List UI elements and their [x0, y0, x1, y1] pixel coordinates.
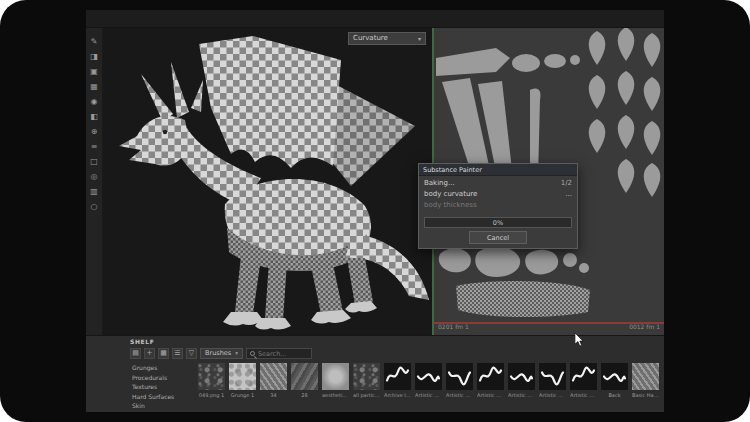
item-menu-button[interactable]: ... [565, 190, 572, 198]
shelf-category-grunges[interactable]: Grunges [130, 364, 192, 373]
uv-island [644, 163, 661, 197]
paint-tool-icon[interactable]: ✎ [88, 36, 101, 48]
dragon-near-wing [199, 36, 341, 168]
brush-stroke-thumbnail[interactable] [601, 363, 628, 390]
shelf-tile[interactable]: Archive Inte... [384, 363, 411, 398]
shelf-tile-label: aesthetics... [322, 392, 349, 398]
shelf-tile-label: Artistic Bru... [415, 392, 442, 398]
uv-island [644, 33, 661, 67]
brush-stroke-thumbnail[interactable] [508, 363, 535, 390]
shelf-category-textures[interactable]: Textures [130, 383, 192, 392]
grunge-texture-thumbnail[interactable] [322, 363, 349, 390]
channel-dropdown-value: Curvature [353, 33, 388, 44]
device-frame: ✎◨▣▦◉◧⊕≡□◎▥○ [0, 0, 750, 422]
uv-island [644, 121, 661, 155]
shelf-categories: GrungesProceduralsTexturesHard SurfacesS… [130, 364, 192, 411]
texture-set-icon[interactable]: ▥ [88, 186, 101, 198]
eraser-tool-icon[interactable]: ◨ [88, 51, 101, 63]
search-input[interactable] [258, 350, 308, 358]
uv-island [579, 263, 589, 273]
shelf-category-hard-surfaces[interactable]: Hard Surfaces [130, 393, 192, 402]
baking-item-current: body curvature [424, 190, 477, 198]
grunge-texture-thumbnail[interactable] [353, 363, 380, 390]
shelf-tile[interactable]: Artistic Hea... [446, 363, 473, 398]
shelf-tile-label: Artistic Prin... [508, 392, 535, 398]
dragon-leg [235, 256, 261, 314]
shelf-tile[interactable]: 34 [260, 363, 287, 398]
uv-island [618, 159, 635, 193]
smudge-tool-icon[interactable]: ◉ [88, 96, 101, 108]
shelf-tile-label: 049.png 1 [198, 392, 225, 398]
uv-island [589, 75, 606, 109]
brush-stroke-thumbnail[interactable] [384, 363, 411, 390]
grunge-texture-thumbnail[interactable] [291, 363, 318, 390]
shelf-category-skin[interactable]: Skin [130, 402, 192, 411]
dragon-horn [191, 80, 203, 112]
titlebar [86, 10, 664, 28]
grid-view-icon[interactable]: ▦ [158, 348, 169, 359]
clone-tool-icon[interactable]: ◧ [88, 111, 101, 123]
brushes-dropdown-value: Brushes [205, 349, 231, 358]
page-background: ✎◨▣▦◉◧⊕≡□◎▥○ [0, 0, 750, 422]
shelf-tile[interactable]: Artistic Soft... [539, 363, 566, 398]
shelf-tile[interactable]: Back [601, 363, 628, 398]
cancel-button[interactable]: Cancel [469, 231, 527, 244]
shelf-category-procedurals[interactable]: Procedurals [130, 374, 192, 383]
dialog-titlebar[interactable]: Substance Painter [419, 164, 577, 176]
dragon-foot [345, 301, 377, 313]
shelf-toolbar: ▤+▦☰▽ Brushes ▾ [130, 347, 312, 360]
shelf-tile[interactable]: Basic Hard... [632, 363, 659, 398]
polygon-fill-tool-icon[interactable]: ▦ [88, 81, 101, 93]
uv-island [644, 77, 661, 111]
shelf-tile-label: Basic Hard... [632, 392, 659, 398]
dragon-foot [255, 318, 291, 330]
brush-stroke-thumbnail[interactable] [446, 363, 473, 390]
shelf-tile[interactable]: aesthetics... [322, 363, 349, 398]
uv-island [618, 71, 635, 105]
shelf-tile[interactable]: Artistic Bru... [415, 363, 442, 398]
shelf-tile[interactable]: Artistic Prin... [508, 363, 535, 398]
shelf-tile[interactable]: 049.png 1 [198, 363, 225, 398]
progress-bar: 0% [424, 217, 572, 228]
mouse-cursor [575, 333, 585, 347]
brush-stroke-thumbnail[interactable] [570, 363, 597, 390]
shelf-title: SHELF [130, 338, 154, 345]
filter-icon[interactable]: ▽ [186, 348, 197, 359]
uv-island [525, 250, 558, 275]
search-box[interactable] [246, 348, 312, 359]
uv-island [544, 54, 566, 68]
add-shelf-icon[interactable]: + [144, 348, 155, 359]
shelf-tile[interactable]: Grunge 1 [229, 363, 256, 398]
brush-stroke-thumbnail[interactable] [539, 363, 566, 390]
uv-island-meshed [456, 281, 590, 317]
shelf-tile-label: Grunge 1 [229, 392, 256, 398]
shelf-tile[interactable]: 28 [291, 363, 318, 398]
display-settings-icon[interactable]: ○ [88, 201, 101, 213]
brush-stroke-thumbnail[interactable] [415, 363, 442, 390]
folder-icon[interactable]: ▤ [130, 348, 141, 359]
grunge-texture-thumbnail[interactable] [260, 363, 287, 390]
mask-icon[interactable]: □ [88, 156, 101, 168]
brushes-dropdown[interactable]: Brushes ▾ [200, 348, 243, 359]
material-picker-icon[interactable]: ⊕ [88, 126, 101, 138]
channel-dropdown[interactable]: Curvature ▾ [348, 32, 426, 45]
layers-panel-icon[interactable]: ≡ [88, 141, 101, 153]
grunge-texture-thumbnail[interactable] [632, 363, 659, 390]
shelf-tile[interactable]: Artistic Soft... [477, 363, 504, 398]
list-view-icon[interactable]: ☰ [172, 348, 183, 359]
brush-stroke-thumbnail[interactable] [477, 363, 504, 390]
grunge-texture-thumbnail[interactable] [229, 363, 256, 390]
dragon-leg [311, 264, 343, 314]
shelf-tile[interactable]: all particles [353, 363, 380, 398]
settings-icon[interactable]: ◎ [88, 171, 101, 183]
uv-island [589, 31, 606, 65]
dragon-horn [141, 74, 173, 122]
viewport-3d[interactable]: Curvature ▾ [103, 28, 432, 335]
shelf-tile[interactable]: Artistic Soft... [570, 363, 597, 398]
baking-dialog: Substance Painter Baking... 1/2 body cur… [418, 163, 578, 249]
grunge-texture-thumbnail[interactable] [198, 363, 225, 390]
baking-status-text: Baking... [424, 179, 455, 187]
projection-tool-icon[interactable]: ▣ [88, 66, 101, 78]
uv-island [436, 48, 510, 76]
shelf-tiles: 049.png 1Grunge 13428aesthetics...all pa… [198, 363, 662, 398]
